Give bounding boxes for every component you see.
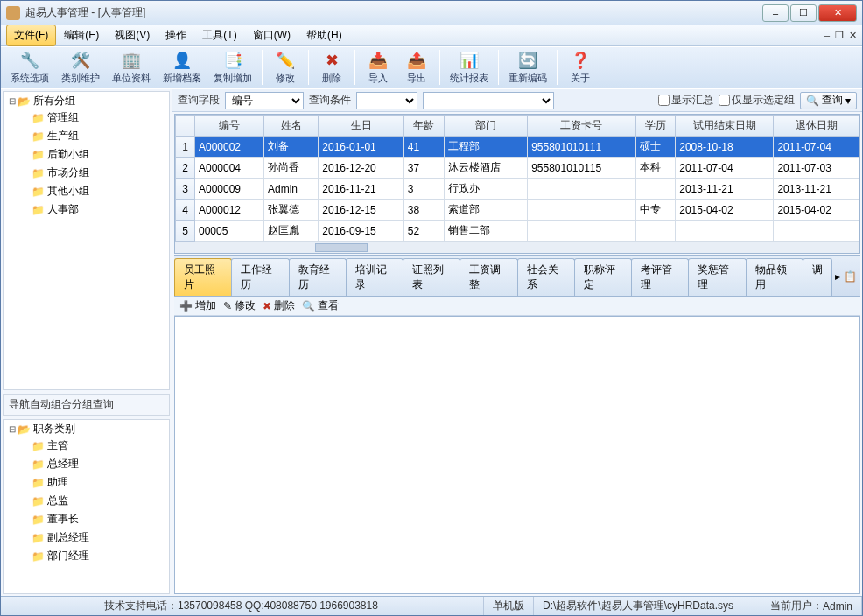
menu-window[interactable]: 窗口(W) — [245, 24, 298, 46]
tool-unit-info[interactable]: 🏢单位资料 — [106, 48, 157, 87]
query-value-select[interactable] — [423, 92, 554, 109]
window-maximize-button[interactable] — [790, 4, 817, 22]
tree-item-label: 助理 — [47, 475, 68, 490]
tab-list-icon[interactable]: 📋 — [844, 270, 857, 283]
tree-item[interactable]: 人事部 — [21, 202, 169, 217]
cell-name: 刘备 — [264, 136, 319, 158]
table-row[interactable]: 3A000009Admin2016-11-213行政办2013-11-21201… — [176, 178, 859, 200]
tab-scroll-icon[interactable]: ▸ — [835, 270, 840, 283]
query-cond-select[interactable] — [356, 92, 417, 109]
cell-id: A000012 — [195, 200, 264, 220]
tree-item[interactable]: 总经理 — [21, 457, 169, 472]
tab-3[interactable]: 培训记录 — [346, 258, 403, 296]
tool-copy-add[interactable]: 📑复制增加 — [207, 48, 258, 87]
mdi-minimize-button[interactable]: – — [824, 30, 830, 41]
table-row[interactable]: 500005赵匡胤2016-09-1552销售二部 — [176, 220, 859, 242]
scrollbar-thumb[interactable] — [315, 243, 368, 252]
tool-recode[interactable]: 🔄重新编码 — [502, 48, 553, 87]
tool-stats-report[interactable]: 📊统计报表 — [444, 48, 495, 87]
check-show-summary[interactable]: 显示汇总 — [658, 93, 713, 108]
tree-item[interactable]: 主管 — [21, 438, 169, 453]
menu-file[interactable]: 文件(F) — [6, 24, 56, 46]
tool-modify[interactable]: ✏️修改 — [266, 48, 305, 87]
tree-item[interactable]: 董事长 — [21, 512, 169, 527]
tree-root-label: 所有分组 — [33, 94, 75, 108]
cell-trial: 2011-07-04 — [676, 158, 774, 178]
column-header[interactable]: 编号 — [195, 116, 264, 136]
tab-10[interactable]: 物品领用 — [746, 258, 803, 296]
detail-add-button[interactable]: ➕增加 — [179, 298, 216, 313]
tree-item[interactable]: 市场分组 — [21, 165, 169, 180]
tab-11[interactable]: 调 — [803, 258, 832, 296]
tool-export[interactable]: 📤导出 — [397, 48, 436, 87]
tool-system-options[interactable]: 🔧系统选项 — [4, 48, 55, 87]
cell-age: 3 — [403, 178, 444, 200]
dropdown-icon: ▾ — [845, 94, 851, 107]
tab-4[interactable]: 证照列表 — [403, 258, 460, 296]
tree-item[interactable]: 助理 — [21, 475, 169, 490]
search-icon: 🔍 — [806, 94, 819, 107]
tab-2[interactable]: 教育经历 — [289, 258, 347, 296]
tree-item[interactable]: 副总经理 — [21, 530, 169, 545]
menu-operate[interactable]: 操作 — [158, 24, 194, 46]
tool-new-record[interactable]: 👤新增档案 — [157, 48, 207, 87]
tab-9[interactable]: 奖惩管理 — [688, 258, 746, 296]
toolbar-separator — [308, 50, 309, 85]
tree-item[interactable]: 总监 — [21, 494, 169, 508]
detail-delete-button[interactable]: ✖删除 — [263, 298, 295, 313]
detail-modify-button[interactable]: ✎修改 — [223, 298, 256, 313]
tree-item[interactable]: 后勤小组 — [21, 147, 169, 162]
column-header[interactable]: 姓名 — [264, 116, 319, 136]
window-minimize-button[interactable] — [762, 4, 789, 22]
menu-tools[interactable]: 工具(T) — [194, 24, 244, 46]
column-header[interactable]: 生日 — [319, 116, 404, 136]
query-field-select[interactable]: 编号 — [225, 92, 304, 109]
tree-item[interactable]: 其他小组 — [21, 184, 169, 199]
cell-name: 赵匡胤 — [264, 220, 319, 242]
tool-about[interactable]: ❓关于 — [561, 48, 600, 87]
tree-item[interactable]: 生产组 — [21, 129, 169, 144]
check-only-selected-group[interactable]: 仅显示选定组 — [719, 93, 795, 108]
tab-1[interactable]: 工作经历 — [231, 258, 289, 296]
column-header[interactable]: 退休日期 — [774, 116, 859, 136]
table-row[interactable]: 1A000002刘备2016-01-0141工程部955801010111硕士2… — [176, 136, 859, 158]
tree-item-label: 主管 — [47, 438, 68, 453]
detail-view-button[interactable]: 🔍查看 — [302, 298, 339, 313]
column-header[interactable]: 部门 — [444, 116, 528, 136]
tree-item[interactable]: 部门经理 — [21, 549, 169, 564]
menu-view[interactable]: 视图(V) — [107, 24, 158, 46]
tool-category-maintain[interactable]: 🛠️类别维护 — [55, 48, 106, 87]
folder-icon — [32, 130, 47, 143]
tool-import[interactable]: 📥导入 — [359, 48, 397, 87]
tab-0[interactable]: 员工照片 — [174, 258, 232, 296]
cell-age: 37 — [403, 158, 444, 178]
column-header[interactable]: 工资卡号 — [528, 116, 635, 136]
cell-trial: 2008-10-18 — [676, 136, 774, 158]
status-support: 技术支持电话：13570098458 QQ:408088750 19669038… — [95, 597, 484, 615]
mdi-restore-button[interactable]: ❐ — [835, 30, 844, 41]
cell-trial: 2013-11-21 — [676, 178, 774, 200]
window-close-button[interactable] — [818, 4, 857, 22]
tool-delete[interactable]: ✖删除 — [312, 48, 351, 87]
menu-help[interactable]: 帮助(H) — [298, 24, 350, 46]
column-header[interactable]: 学历 — [635, 116, 676, 136]
column-header[interactable]: 试用结束日期 — [676, 116, 774, 136]
tree-root-position[interactable]: ⊟职务类别 — [7, 422, 169, 437]
tab-6[interactable]: 社会关系 — [517, 258, 575, 296]
tree-root-all-groups[interactable]: ⊟所有分组 — [7, 94, 169, 108]
query-search-button[interactable]: 🔍查询▾ — [800, 92, 857, 109]
tab-5[interactable]: 工资调整 — [460, 258, 517, 296]
table-row[interactable]: 2A000004孙尚香2016-12-2037沐云楼酒店955801010115… — [176, 158, 859, 178]
mdi-close-button[interactable]: ✕ — [849, 30, 857, 41]
cell-id: A000009 — [195, 178, 264, 200]
grid-hscroll[interactable] — [175, 242, 859, 253]
row-number: 4 — [176, 200, 195, 220]
query-field-label: 查询字段 — [178, 93, 220, 108]
menu-edit[interactable]: 编辑(E) — [56, 24, 107, 46]
column-header[interactable]: 年龄 — [403, 116, 444, 136]
tab-7[interactable]: 职称评定 — [574, 258, 632, 296]
tree-item[interactable]: 管理组 — [21, 110, 169, 125]
tab-8[interactable]: 考评管理 — [631, 258, 689, 296]
table-row[interactable]: 4A000012张翼德2016-12-1538索道部中专2015-04-0220… — [176, 200, 859, 220]
folder-icon — [32, 514, 47, 526]
